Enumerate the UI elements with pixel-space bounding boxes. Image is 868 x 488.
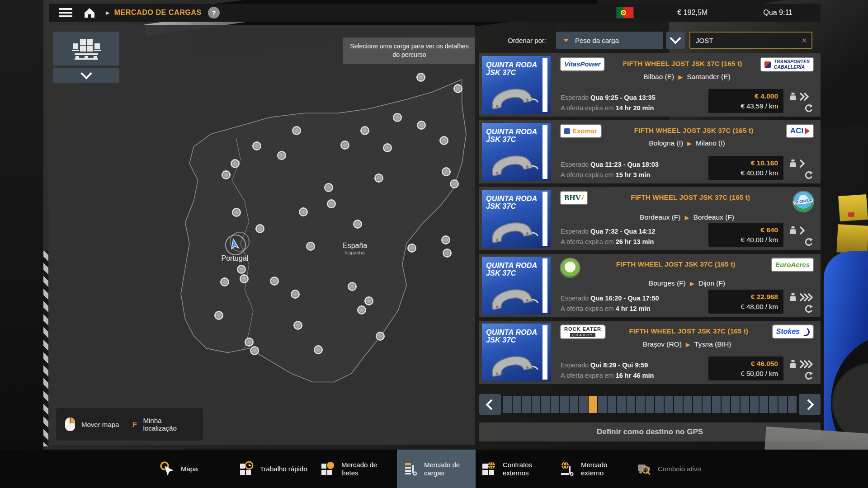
route-origin: Bourges (F) [649,279,686,287]
next-page-button[interactable] [799,394,821,415]
sort-expand-button[interactable] [666,32,685,49]
page-segment-active[interactable] [589,396,597,413]
sender-logo: VitasPower [561,58,604,70]
expected-window: Qui 8:29 - Qui 9:59 [590,361,648,369]
route-arrow-icon: ▶ [690,280,694,287]
page-segment[interactable] [778,396,787,413]
cargo-thumb-line1: QUINTA RODA [486,128,537,136]
offer-rate-per-km: € 40,00 / km [714,169,778,177]
cargo-title: FIFTH WHEEL JOST JSK 37C (165 t) [609,327,769,335]
page-segment[interactable] [617,396,626,413]
recipient-logo: EuroAcres [772,258,813,271]
page-segment[interactable] [665,396,673,413]
cargo-thumb-line2: JSK 37C [486,69,537,77]
clear-search-icon[interactable]: × [797,35,811,46]
menu-icon[interactable] [59,8,72,17]
price-box: € 22.968 € 48,00 / km [708,290,783,314]
page-segment[interactable] [579,396,588,413]
mouse-icon [65,418,75,431]
page-segment[interactable] [722,396,730,413]
page-segment[interactable] [570,396,578,413]
breadcrumb-arrow-icon: ▶ [106,10,109,16]
external-contracts-icon [481,461,497,477]
cargo-offer-card[interactable]: QUINTA RODA JSK 37C ROCK EATERQUARRY FIF… [479,321,821,384]
cargo-weight-icon [789,92,797,101]
page-segment[interactable] [741,396,749,413]
home-icon[interactable] [83,6,96,19]
page-segment[interactable] [551,396,559,413]
urgency-icon [799,360,813,369]
nav-external-contracts[interactable]: Contratos externos [476,450,552,488]
chevron-left-icon [486,399,496,410]
page-segment[interactable] [655,396,664,413]
route-origin: Bilbao (E) [643,73,674,80]
city-dot [240,274,249,283]
page-segment[interactable] [712,396,721,413]
page-segment[interactable] [636,396,645,413]
page-segment[interactable] [560,396,569,413]
sort-dropdown[interactable]: Peso da carga [556,32,663,49]
page-segment[interactable] [674,396,683,413]
cargo-thumb-line2: JSK 37C [486,270,537,277]
sender-logo: Exomar [561,125,601,137]
breadcrumb: MERCADO DE CARGAS [114,9,201,17]
page-segment[interactable] [760,396,768,413]
route-origin: Brașov (RO) [643,340,682,348]
sort-label: Ordenar por: [508,37,546,44]
cargo-view-button[interactable] [53,32,119,66]
page-segment[interactable] [684,396,692,413]
nav-cargo-market[interactable]: Mercado de cargas [397,450,476,488]
set-gps-destination-button[interactable]: Definir como destino no GPS [479,422,821,441]
nav-quick-job[interactable]: Trabalho rápido [233,450,309,488]
page-segment[interactable] [513,396,521,413]
route-map[interactable]: Portugal España Espanha Selecione uma ca… [49,25,475,445]
page-segment[interactable] [522,396,531,413]
offer-flags [783,92,813,113]
page-segment[interactable] [598,396,607,413]
cargo-offer-card[interactable]: QUINTA RODA JSK 37C BHV FIFTH WHEEL JOST… [479,187,821,250]
route-arrow-icon: ▶ [687,140,692,147]
fifth-wheel-image [485,217,539,245]
route: Bourges (F)▶Dijon (F) [561,279,813,287]
expires-in: 15 hr 3 min [616,171,651,178]
prev-page-button[interactable] [479,394,501,415]
page-segment[interactable] [788,396,797,413]
chevron-down-icon [80,68,92,79]
route-destination: Santander (E) [687,73,731,80]
expires-in: 14 hr 20 min [616,104,654,112]
page-segment[interactable] [731,396,740,413]
rotate-icon [804,238,813,247]
expires-in: 4 hr 12 min [616,305,651,312]
page-segment[interactable] [646,396,654,413]
external-market-icon [559,461,576,477]
page-segment[interactable] [503,396,512,413]
nav-external-market[interactable]: Mercado externo [554,450,630,488]
route-origin: Bologna (I) [649,139,683,147]
route-destination: Dijon (F) [698,279,725,287]
cargo-offer-card[interactable]: QUINTA RODA JSK 37C Exomar FIFTH WHEEL J… [479,120,821,183]
urgency-icon [799,226,813,235]
help-button[interactable]: ? [208,7,220,19]
pagination [479,394,821,415]
cargo-offer-card[interactable]: QUINTA RODA JSK 37C VitasPower FIFTH WHE… [479,53,821,117]
page-segment[interactable] [769,396,778,413]
sort-bar: Ordenar por: Peso da carga × [479,32,821,49]
route-arrow-icon: ▶ [686,341,690,348]
cargo-offer-card[interactable]: QUINTA RODA JSK 37C FIFTH WHEEL JOST JSK… [479,254,821,317]
page-segment[interactable] [532,396,540,413]
city-dot [237,265,246,274]
page-segment[interactable] [541,396,550,413]
collapse-button[interactable] [53,68,119,83]
page-segment[interactable] [703,396,711,413]
expected-window: Qua 11:23 - Qua 18:03 [590,161,659,168]
game-time: Qua 9:11 [763,9,793,17]
nav-map[interactable]: Mapa [154,450,198,488]
page-segment[interactable] [693,396,702,413]
page-segment[interactable] [750,396,759,413]
search-input[interactable] [690,37,797,44]
expected-window: Qua 16:20 - Qua 17:50 [590,295,659,302]
cargo-weight-icon [789,293,797,302]
nav-freight-market[interactable]: Mercado de fretes [314,450,390,488]
page-segment[interactable] [608,396,616,413]
page-segment[interactable] [627,396,635,413]
